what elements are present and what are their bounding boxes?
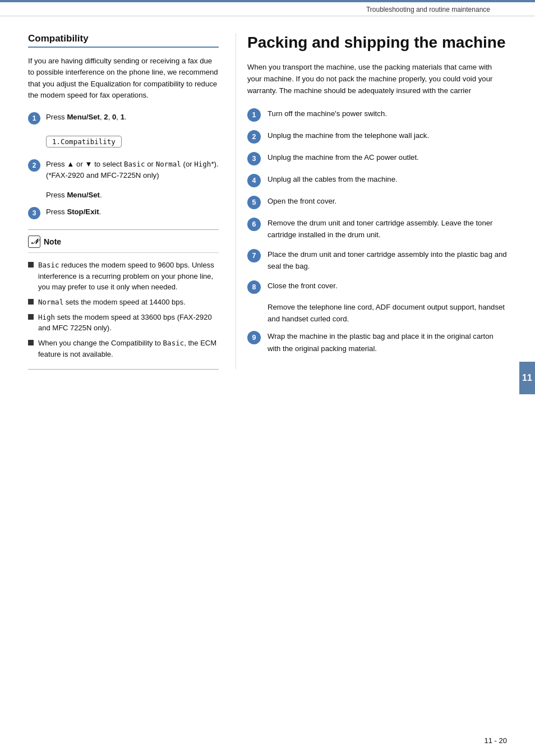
note-item-3-text: High sets the modem speed at 33600 bps (…	[38, 312, 219, 334]
page-tab: 11	[519, 362, 535, 394]
step-circle-2: 2	[28, 159, 40, 172]
step-circle-3: 3	[28, 207, 40, 219]
right-step-8-text: Close the front cover.	[268, 280, 338, 292]
page-number: 11 - 20	[485, 736, 507, 745]
left-intro-text: If you are having difficulty sending or …	[28, 56, 219, 102]
note-code-basic: Basic	[38, 261, 59, 269]
step-1-nums: 2	[104, 113, 108, 121]
right-step-1: 1 Turn off the machine's power switch.	[247, 108, 507, 122]
note-item-4-text: When you change the Compatibility to Bas…	[38, 338, 219, 359]
right-step-2: 2 Unplug the machine from the telephone …	[247, 130, 507, 144]
note-item-2-text: Normal sets the modem speed at 14400 bps…	[38, 297, 186, 308]
right-circle-8: 8	[247, 280, 261, 294]
right-step-5: 5 Open the front cover.	[247, 195, 507, 209]
note-code-normal: Normal	[38, 298, 63, 306]
right-step-7: 7 Place the drum unit and toner cartridg…	[247, 248, 507, 272]
left-step-1: 1 Press Menu/Set, 2, 0, 1.	[28, 112, 219, 125]
right-step-3-text: Unplug the machine from the AC power out…	[268, 151, 419, 163]
right-step-8-sub: Remove the telephone line cord, ADF docu…	[268, 302, 507, 325]
step-2-sub1: (*FAX-2920 and MFC-7225N only)	[46, 171, 159, 179]
note-code-basic2: Basic	[163, 339, 185, 347]
right-circle-4: 4	[247, 174, 261, 187]
right-step-5-text: Open the front cover.	[268, 195, 336, 207]
code-display: 1.Compatibility	[46, 136, 122, 147]
note-item-4: When you change the Compatibility to Bas…	[28, 338, 219, 359]
step-2-menuset: Press Menu/Set.	[46, 190, 219, 201]
right-step-8: 8 Close the front cover.	[247, 280, 507, 294]
right-circle-7: 7	[247, 249, 261, 262]
note-item-3: High sets the modem speed at 33600 bps (…	[28, 312, 219, 334]
right-step-9: 9 Wrap the machine in the plastic bag an…	[247, 330, 507, 354]
right-column: Packing and shipping the machine When yo…	[236, 33, 535, 370]
right-step-9-text: Wrap the machine in the plastic bag and …	[268, 330, 507, 354]
right-circle-6: 6	[247, 218, 261, 231]
step-3-text: Press Stop/Exit.	[46, 206, 101, 218]
step-3-bold: Stop/Exit	[67, 208, 99, 216]
step-circle-1: 1	[28, 112, 40, 125]
note-item-2: Normal sets the modem speed at 14400 bps…	[28, 297, 219, 308]
note-divider	[28, 252, 219, 253]
right-step-2-text: Unplug the machine from the telephone wa…	[268, 130, 429, 141]
note-icon: 𝒩	[28, 236, 40, 248]
note-bullet-2	[28, 299, 34, 305]
right-step-3: 3 Unplug the machine from the AC power o…	[247, 151, 507, 165]
note-title: 𝒩 Note	[28, 236, 219, 248]
note-bullet-1	[28, 262, 34, 268]
code-basic: Basic	[124, 160, 145, 168]
left-column: Compatibility If you are having difficul…	[0, 33, 236, 370]
right-circle-2: 2	[247, 130, 261, 144]
note-bullet-3	[28, 314, 34, 320]
note-item-1-text: Basic reduces the modem speed to 9600 bp…	[38, 260, 219, 293]
step-1-text: Press Menu/Set, 2, 0, 1.	[46, 112, 127, 123]
code-high: High	[194, 160, 211, 168]
left-section-title: Compatibility	[28, 33, 219, 48]
left-step-2: 2 Press ▲ or ▼ to select Basic or Normal…	[28, 159, 219, 182]
step-1-bold: Menu/Set	[67, 113, 100, 121]
right-step-7-text: Place the drum unit and toner cartridge …	[268, 248, 507, 272]
right-step-6: 6 Remove the drum unit and toner cartrid…	[247, 217, 507, 241]
note-code-high: High	[38, 313, 55, 321]
right-circle-1: 1	[247, 108, 261, 122]
right-step-1-text: Turn off the machine's power switch.	[268, 108, 387, 119]
right-step-4: 4 Unplug all the cables from the machine…	[247, 173, 507, 187]
step-2-menuset-bold: Menu/Set	[67, 191, 100, 199]
step-2-text: Press ▲ or ▼ to select Basic or Normal (…	[46, 159, 219, 182]
left-step-3: 3 Press Stop/Exit.	[28, 206, 219, 219]
step-1-num2: 0	[112, 113, 116, 121]
right-step-6-text: Remove the drum unit and toner cartridge…	[268, 217, 507, 241]
right-step-4-text: Unplug all the cables from the machine.	[268, 173, 398, 185]
right-circle-5: 5	[247, 196, 261, 209]
note-label: Note	[44, 237, 61, 246]
right-intro-text: When you transport the machine, use the …	[247, 61, 507, 96]
right-circle-3: 3	[247, 152, 261, 165]
code-normal: Normal	[156, 160, 181, 168]
right-circle-9: 9	[247, 331, 261, 344]
note-box: 𝒩 Note Basic reduces the modem speed to …	[28, 229, 219, 370]
note-item-1: Basic reduces the modem speed to 9600 bp…	[28, 260, 219, 293]
right-section-title: Packing and shipping the machine	[247, 33, 507, 52]
note-bullet-4	[28, 340, 34, 345]
breadcrumb: Troubleshooting and routine maintenance	[0, 2, 535, 16]
step-1-num3: 1	[121, 113, 124, 121]
